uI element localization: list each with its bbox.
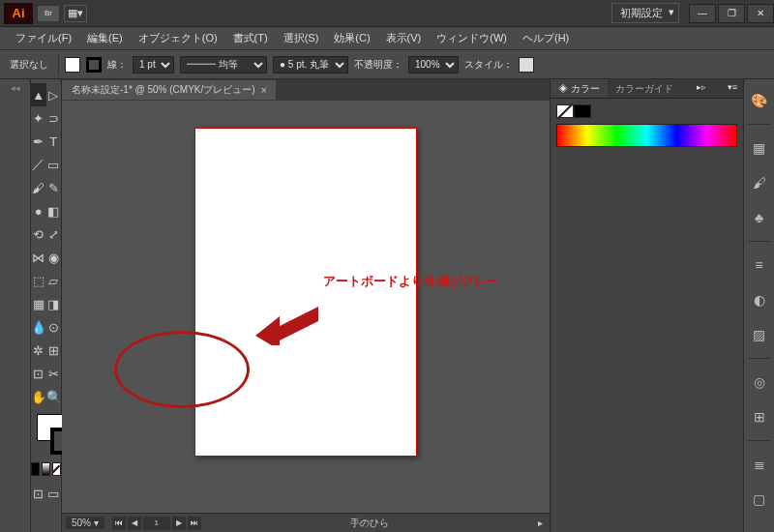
brush-tool[interactable]: 🖌	[31, 176, 46, 199]
black-swatch[interactable]	[574, 104, 591, 118]
color-mode-swatches[interactable]	[31, 462, 61, 476]
color-panel-tab[interactable]: ◈ カラー	[551, 79, 608, 98]
minimize-button[interactable]: ―	[689, 4, 716, 23]
screen-mode-2[interactable]: ▭	[46, 482, 62, 505]
gradient-icon[interactable]: ◐	[748, 288, 771, 311]
graphic-styles-icon[interactable]: ⊞	[748, 405, 771, 429]
menu-file[interactable]: ファイル(F)	[8, 27, 79, 49]
screen-mode[interactable]: ⊡	[31, 482, 46, 505]
symbols-icon[interactable]: ♣	[748, 206, 771, 229]
graph-tool[interactable]: ⊞	[46, 339, 62, 362]
brushes-icon[interactable]: 🖌	[748, 171, 771, 194]
width-tool[interactable]: ⋈	[31, 246, 46, 269]
bridge-button[interactable]: Br	[37, 5, 60, 22]
layout-button[interactable]: ▦▾	[64, 5, 87, 22]
document-tabs: 名称未設定-1* @ 50% (CMYK/プレビュー) ×	[62, 79, 550, 101]
style-swatch[interactable]	[519, 57, 534, 73]
panel-menu-icon[interactable]: ▾≡	[722, 79, 743, 98]
dash-select[interactable]: ━━━ 均等	[180, 56, 267, 74]
stroke-label: 線：	[107, 58, 127, 72]
blob-tool[interactable]: ●	[31, 199, 46, 222]
last-page[interactable]: ⏭	[188, 517, 201, 530]
warp-tool[interactable]: ◉	[46, 246, 62, 269]
opacity-label: 不透明度：	[354, 58, 402, 72]
pencil-tool[interactable]: ✎	[46, 176, 62, 199]
selection-label: 選択なし	[6, 56, 52, 74]
annotation-arrow-icon	[255, 297, 323, 345]
menu-window[interactable]: ウィンドウ(W)	[429, 27, 515, 49]
next-page[interactable]: ▶	[172, 517, 186, 530]
wand-tool[interactable]: ✦	[31, 106, 46, 130]
symbol-tool[interactable]: ✲	[31, 339, 46, 362]
workspace-select[interactable]: 初期設定	[611, 3, 679, 23]
selection-tool[interactable]: ▲	[31, 83, 46, 106]
none-swatch[interactable]	[556, 104, 574, 118]
status-bar: 50% ▾ ⏮ ◀ 1 ▶ ⏭ 手のひら ▸	[62, 513, 550, 532]
menu-bar: ファイル(F) 編集(E) オブジェクト(O) 書式(T) 選択(S) 効果(C…	[0, 27, 774, 50]
lasso-tool[interactable]: ⊃	[46, 106, 62, 130]
eraser-tool[interactable]: ◧	[46, 199, 62, 222]
artboard[interactable]	[194, 128, 417, 457]
pen-tool[interactable]: ✒	[31, 130, 46, 153]
menu-view[interactable]: 表示(V)	[378, 27, 430, 49]
rotate-tool[interactable]: ⟲	[31, 222, 46, 246]
document-tab[interactable]: 名称未設定-1* @ 50% (CMYK/プレビュー) ×	[62, 80, 276, 100]
maximize-button[interactable]: ❐	[718, 4, 745, 23]
menu-object[interactable]: オブジェクト(O)	[131, 27, 225, 49]
zoom-level[interactable]: 50% ▾	[66, 517, 104, 529]
canvas[interactable]: 名称未設定-1* @ 50% (CMYK/プレビュー) × アートボードより外側…	[62, 79, 550, 532]
menu-edit[interactable]: 編集(E)	[79, 27, 131, 49]
color-icon[interactable]: 🎨	[748, 89, 771, 112]
fill-swatch[interactable]	[65, 57, 80, 73]
stroke-panel-icon[interactable]: ≡	[748, 253, 771, 277]
collapsed-panels: 🎨 ▦ 🖌 ♣ ≡ ◐ ▨ ◎ ⊞ ≣ ▢	[743, 79, 774, 532]
annotation-ellipse	[114, 331, 250, 408]
layers-icon[interactable]: ≣	[748, 453, 771, 476]
panel-dock: ◈ カラー カラーガイド ▸▹ ▾≡	[550, 79, 743, 532]
close-tab-icon[interactable]: ×	[261, 85, 267, 96]
toolbox: ▲▷ ✦⊃ ✒T ／▭ 🖌✎ ●◧ ⟲⤢ ⋈◉ ⬚▱ ▦◨ 💧⊙ ✲⊞ ⊡✂ ✋…	[31, 79, 62, 532]
eyedropper-tool[interactable]: 💧	[31, 315, 46, 339]
blend-tool[interactable]: ⊙	[46, 315, 61, 339]
menu-effect[interactable]: 効果(C)	[326, 27, 377, 49]
menu-help[interactable]: ヘルプ(H)	[515, 27, 577, 49]
colorguide-panel-tab[interactable]: カラーガイド	[608, 79, 681, 98]
artboard-tool[interactable]: ⊡	[31, 362, 46, 385]
line-tool[interactable]: ／	[31, 153, 46, 176]
artboards-icon[interactable]: ▢	[748, 488, 771, 511]
perspective-tool[interactable]: ▱	[46, 269, 62, 292]
control-bar: 選択なし 線： 1 pt ━━━ 均等 ● 5 pt. 丸筆 不透明度： 100…	[0, 50, 774, 79]
swatches-icon[interactable]: ▦	[748, 136, 771, 160]
transparency-icon[interactable]: ▨	[748, 323, 771, 346]
gradient-tool[interactable]: ◨	[46, 292, 62, 315]
tool-gutter: ◂◂	[0, 79, 31, 532]
mesh-tool[interactable]: ▦	[31, 292, 46, 315]
slice-tool[interactable]: ✂	[46, 362, 62, 385]
stroke-swatch[interactable]	[86, 57, 102, 73]
brush-select[interactable]: ● 5 pt. 丸筆	[273, 56, 348, 74]
appearance-icon[interactable]: ◎	[748, 370, 771, 394]
type-tool[interactable]: T	[46, 130, 62, 153]
prev-page[interactable]: ◀	[128, 517, 141, 530]
annotation-text: アートボードより外側がグレー	[323, 273, 499, 290]
svg-marker-0	[255, 307, 318, 345]
menu-format[interactable]: 書式(T)	[225, 27, 276, 49]
direct-select-tool[interactable]: ▷	[46, 83, 62, 106]
hand-tool[interactable]: ✋	[31, 385, 46, 408]
current-tool-label: 手のひら	[201, 517, 538, 530]
panel-collapse-icon[interactable]: ▸▹	[691, 79, 712, 98]
color-spectrum[interactable]	[556, 124, 737, 147]
close-button[interactable]: ✕	[747, 4, 774, 23]
color-panel	[551, 99, 743, 153]
stroke-weight[interactable]: 1 pt	[133, 56, 174, 74]
rect-tool[interactable]: ▭	[46, 153, 62, 176]
scale-tool[interactable]: ⤢	[46, 222, 62, 246]
shape-builder-tool[interactable]: ⬚	[31, 269, 46, 292]
first-page[interactable]: ⏮	[112, 517, 126, 530]
menu-select[interactable]: 選択(S)	[276, 27, 327, 49]
page-number[interactable]: 1	[143, 517, 170, 530]
opacity-select[interactable]: 100%	[408, 56, 459, 74]
zoom-tool[interactable]: 🔍	[46, 385, 62, 408]
app-logo: Ai	[4, 3, 33, 24]
style-label: スタイル：	[464, 58, 513, 72]
